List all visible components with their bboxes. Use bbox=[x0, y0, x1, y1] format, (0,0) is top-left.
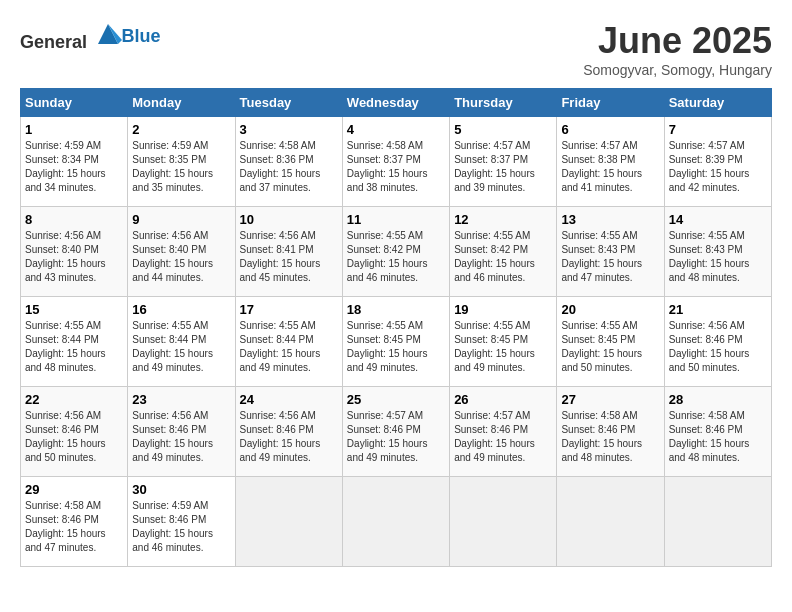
day-info: Sunrise: 4:56 AMSunset: 8:40 PMDaylight:… bbox=[25, 229, 123, 285]
day-info: Sunrise: 4:57 AMSunset: 8:46 PMDaylight:… bbox=[454, 409, 552, 465]
day-number: 4 bbox=[347, 122, 445, 137]
day-info: Sunrise: 4:57 AMSunset: 8:39 PMDaylight:… bbox=[669, 139, 767, 195]
calendar-cell: 6Sunrise: 4:57 AMSunset: 8:38 PMDaylight… bbox=[557, 117, 664, 207]
calendar-cell bbox=[557, 477, 664, 567]
day-info: Sunrise: 4:56 AMSunset: 8:40 PMDaylight:… bbox=[132, 229, 230, 285]
title-area: June 2025 Somogyvar, Somogy, Hungary bbox=[583, 20, 772, 78]
day-number: 21 bbox=[669, 302, 767, 317]
day-number: 16 bbox=[132, 302, 230, 317]
calendar-cell: 10Sunrise: 4:56 AMSunset: 8:41 PMDayligh… bbox=[235, 207, 342, 297]
day-number: 19 bbox=[454, 302, 552, 317]
day-number: 27 bbox=[561, 392, 659, 407]
weekday-header: Sunday bbox=[21, 89, 128, 117]
day-number: 29 bbox=[25, 482, 123, 497]
weekday-header: Thursday bbox=[450, 89, 557, 117]
day-number: 10 bbox=[240, 212, 338, 227]
calendar-cell: 30Sunrise: 4:59 AMSunset: 8:46 PMDayligh… bbox=[128, 477, 235, 567]
day-info: Sunrise: 4:59 AMSunset: 8:46 PMDaylight:… bbox=[132, 499, 230, 555]
calendar-cell: 16Sunrise: 4:55 AMSunset: 8:44 PMDayligh… bbox=[128, 297, 235, 387]
day-number: 17 bbox=[240, 302, 338, 317]
day-info: Sunrise: 4:55 AMSunset: 8:44 PMDaylight:… bbox=[132, 319, 230, 375]
day-number: 30 bbox=[132, 482, 230, 497]
day-info: Sunrise: 4:56 AMSunset: 8:46 PMDaylight:… bbox=[25, 409, 123, 465]
calendar-cell: 22Sunrise: 4:56 AMSunset: 8:46 PMDayligh… bbox=[21, 387, 128, 477]
calendar-cell: 5Sunrise: 4:57 AMSunset: 8:37 PMDaylight… bbox=[450, 117, 557, 207]
day-number: 20 bbox=[561, 302, 659, 317]
logo-icon bbox=[94, 20, 122, 48]
calendar-cell: 12Sunrise: 4:55 AMSunset: 8:42 PMDayligh… bbox=[450, 207, 557, 297]
day-number: 22 bbox=[25, 392, 123, 407]
day-info: Sunrise: 4:55 AMSunset: 8:43 PMDaylight:… bbox=[669, 229, 767, 285]
calendar-cell: 8Sunrise: 4:56 AMSunset: 8:40 PMDaylight… bbox=[21, 207, 128, 297]
day-number: 5 bbox=[454, 122, 552, 137]
day-number: 25 bbox=[347, 392, 445, 407]
day-info: Sunrise: 4:55 AMSunset: 8:43 PMDaylight:… bbox=[561, 229, 659, 285]
logo: General Blue bbox=[20, 20, 161, 53]
day-number: 11 bbox=[347, 212, 445, 227]
day-number: 26 bbox=[454, 392, 552, 407]
calendar-cell: 28Sunrise: 4:58 AMSunset: 8:46 PMDayligh… bbox=[664, 387, 771, 477]
day-number: 23 bbox=[132, 392, 230, 407]
day-number: 7 bbox=[669, 122, 767, 137]
day-info: Sunrise: 4:57 AMSunset: 8:46 PMDaylight:… bbox=[347, 409, 445, 465]
calendar-cell: 14Sunrise: 4:55 AMSunset: 8:43 PMDayligh… bbox=[664, 207, 771, 297]
calendar-cell: 27Sunrise: 4:58 AMSunset: 8:46 PMDayligh… bbox=[557, 387, 664, 477]
day-number: 18 bbox=[347, 302, 445, 317]
weekday-header: Tuesday bbox=[235, 89, 342, 117]
calendar-cell: 26Sunrise: 4:57 AMSunset: 8:46 PMDayligh… bbox=[450, 387, 557, 477]
day-info: Sunrise: 4:55 AMSunset: 8:42 PMDaylight:… bbox=[347, 229, 445, 285]
location-subtitle: Somogyvar, Somogy, Hungary bbox=[583, 62, 772, 78]
calendar: SundayMondayTuesdayWednesdayThursdayFrid… bbox=[20, 88, 772, 567]
day-number: 1 bbox=[25, 122, 123, 137]
day-number: 24 bbox=[240, 392, 338, 407]
day-number: 28 bbox=[669, 392, 767, 407]
weekday-header: Saturday bbox=[664, 89, 771, 117]
logo-general: General bbox=[20, 32, 87, 52]
calendar-cell: 15Sunrise: 4:55 AMSunset: 8:44 PMDayligh… bbox=[21, 297, 128, 387]
calendar-cell: 3Sunrise: 4:58 AMSunset: 8:36 PMDaylight… bbox=[235, 117, 342, 207]
day-info: Sunrise: 4:55 AMSunset: 8:45 PMDaylight:… bbox=[561, 319, 659, 375]
weekday-header: Friday bbox=[557, 89, 664, 117]
day-number: 3 bbox=[240, 122, 338, 137]
calendar-cell: 9Sunrise: 4:56 AMSunset: 8:40 PMDaylight… bbox=[128, 207, 235, 297]
calendar-cell: 19Sunrise: 4:55 AMSunset: 8:45 PMDayligh… bbox=[450, 297, 557, 387]
day-info: Sunrise: 4:58 AMSunset: 8:46 PMDaylight:… bbox=[669, 409, 767, 465]
day-number: 2 bbox=[132, 122, 230, 137]
day-info: Sunrise: 4:55 AMSunset: 8:44 PMDaylight:… bbox=[25, 319, 123, 375]
calendar-cell: 20Sunrise: 4:55 AMSunset: 8:45 PMDayligh… bbox=[557, 297, 664, 387]
day-info: Sunrise: 4:56 AMSunset: 8:46 PMDaylight:… bbox=[240, 409, 338, 465]
calendar-cell: 1Sunrise: 4:59 AMSunset: 8:34 PMDaylight… bbox=[21, 117, 128, 207]
day-info: Sunrise: 4:58 AMSunset: 8:37 PMDaylight:… bbox=[347, 139, 445, 195]
calendar-cell bbox=[342, 477, 449, 567]
day-number: 15 bbox=[25, 302, 123, 317]
calendar-cell: 2Sunrise: 4:59 AMSunset: 8:35 PMDaylight… bbox=[128, 117, 235, 207]
day-number: 8 bbox=[25, 212, 123, 227]
logo-blue: Blue bbox=[122, 26, 161, 46]
calendar-cell bbox=[235, 477, 342, 567]
day-info: Sunrise: 4:56 AMSunset: 8:46 PMDaylight:… bbox=[669, 319, 767, 375]
calendar-cell: 17Sunrise: 4:55 AMSunset: 8:44 PMDayligh… bbox=[235, 297, 342, 387]
day-info: Sunrise: 4:58 AMSunset: 8:46 PMDaylight:… bbox=[561, 409, 659, 465]
calendar-cell: 7Sunrise: 4:57 AMSunset: 8:39 PMDaylight… bbox=[664, 117, 771, 207]
day-info: Sunrise: 4:55 AMSunset: 8:45 PMDaylight:… bbox=[454, 319, 552, 375]
day-number: 9 bbox=[132, 212, 230, 227]
calendar-cell: 25Sunrise: 4:57 AMSunset: 8:46 PMDayligh… bbox=[342, 387, 449, 477]
day-info: Sunrise: 4:58 AMSunset: 8:36 PMDaylight:… bbox=[240, 139, 338, 195]
calendar-cell: 23Sunrise: 4:56 AMSunset: 8:46 PMDayligh… bbox=[128, 387, 235, 477]
day-number: 13 bbox=[561, 212, 659, 227]
weekday-header: Monday bbox=[128, 89, 235, 117]
day-info: Sunrise: 4:55 AMSunset: 8:42 PMDaylight:… bbox=[454, 229, 552, 285]
day-number: 12 bbox=[454, 212, 552, 227]
day-number: 14 bbox=[669, 212, 767, 227]
calendar-cell bbox=[450, 477, 557, 567]
calendar-cell: 18Sunrise: 4:55 AMSunset: 8:45 PMDayligh… bbox=[342, 297, 449, 387]
calendar-cell: 29Sunrise: 4:58 AMSunset: 8:46 PMDayligh… bbox=[21, 477, 128, 567]
calendar-cell bbox=[664, 477, 771, 567]
day-info: Sunrise: 4:55 AMSunset: 8:45 PMDaylight:… bbox=[347, 319, 445, 375]
calendar-cell: 24Sunrise: 4:56 AMSunset: 8:46 PMDayligh… bbox=[235, 387, 342, 477]
day-info: Sunrise: 4:56 AMSunset: 8:46 PMDaylight:… bbox=[132, 409, 230, 465]
header: General Blue June 2025 Somogyvar, Somogy… bbox=[20, 20, 772, 78]
month-title: June 2025 bbox=[583, 20, 772, 62]
calendar-cell: 13Sunrise: 4:55 AMSunset: 8:43 PMDayligh… bbox=[557, 207, 664, 297]
day-info: Sunrise: 4:59 AMSunset: 8:34 PMDaylight:… bbox=[25, 139, 123, 195]
